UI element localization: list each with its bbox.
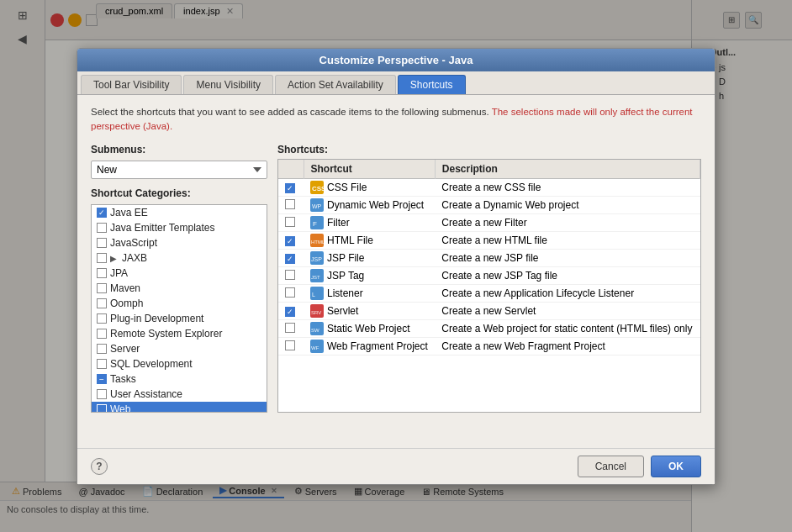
checkbox-jaxb[interactable] [97, 253, 107, 263]
tab-toolbar[interactable]: Tool Bar Visibility [81, 75, 182, 94]
tab-menu[interactable]: Menu Visibility [183, 75, 272, 94]
svg-text:SRV: SRV [311, 310, 321, 315]
expand-jaxb-icon[interactable]: ▶ [110, 254, 117, 263]
dialog-title: Customize Perspective - Java [77, 49, 715, 71]
webfrag-icon: WF [310, 340, 324, 353]
category-item-sql[interactable]: SQL Development [92, 356, 267, 371]
category-item-oomph[interactable]: Oomph [92, 296, 267, 311]
svg-text:SW: SW [311, 328, 319, 333]
table-row-staticweb: SW Static Web Project Create a Web proje… [278, 320, 700, 338]
checkbox-remote[interactable] [97, 329, 107, 339]
shortcut-name-servlet: SRV Servlet [310, 304, 428, 318]
category-item-jpa[interactable]: JPA [92, 266, 267, 281]
checkbox-oomph[interactable] [97, 298, 107, 308]
categories-label: Shortcut Categories: [91, 187, 267, 199]
table-row-html: ✓ HTML HTML File [278, 232, 700, 250]
category-item-javaee[interactable]: ✓ Java EE [92, 205, 267, 220]
cb-staticweb[interactable] [285, 323, 295, 333]
category-item-plugin[interactable]: Plug-in Development [92, 311, 267, 326]
svg-text:HTML: HTML [311, 240, 324, 245]
cb-listener[interactable] [285, 287, 295, 298]
modal-overlay: Customize Perspective - Java Tool Bar Vi… [0, 0, 792, 532]
shortcut-name-jsp: JSP JSP File [310, 251, 428, 265]
cb-css[interactable]: ✓ [285, 183, 295, 193]
cb-jsp[interactable]: ✓ [285, 254, 295, 264]
jsptag-icon: JST [310, 269, 324, 282]
tab-actionset[interactable]: Action Set Availability [275, 75, 396, 94]
col-checkbox [278, 160, 304, 179]
col-description: Description [435, 160, 700, 179]
category-item-jaxb[interactable]: ▶ JAXB [92, 250, 267, 266]
shortcut-name-css: CSS CSS File [310, 181, 428, 194]
submenus-dropdown[interactable]: New [91, 161, 267, 179]
shortcuts-table-container: Shortcut Description ✓ [277, 159, 701, 413]
css-icon: CSS [310, 181, 324, 194]
category-item-server[interactable]: Server [92, 341, 267, 356]
checkbox-javaemitter[interactable] [97, 223, 107, 233]
table-row-servlet: ✓ SRV Servlet [278, 303, 700, 320]
cb-html[interactable]: ✓ [285, 236, 295, 246]
shortcuts-table: Shortcut Description ✓ [278, 160, 700, 356]
svg-text:CSS: CSS [312, 185, 324, 192]
shortcut-name-html: HTML HTML File [310, 234, 428, 247]
filter-icon: F [310, 216, 324, 229]
submenus-label: Submenus: [91, 144, 267, 155]
dialog-body: Select the shortcuts that you want to se… [77, 95, 715, 448]
cancel-button[interactable]: Cancel [578, 456, 644, 477]
tab-shortcuts[interactable]: Shortcuts [398, 75, 466, 94]
cb-webfrag[interactable] [285, 340, 295, 350]
svg-text:WP: WP [312, 203, 322, 209]
shortcut-name-dynweb: WP Dynamic Web Project [310, 198, 428, 212]
columns-container: Submenus: New Shortcut Categories: ✓ Jav… [91, 144, 701, 413]
categories-list: ✓ Java EE Java Emitter Templates JavaScr… [91, 204, 267, 413]
checkbox-maven[interactable] [97, 283, 107, 293]
left-panel: Submenus: New Shortcut Categories: ✓ Jav… [91, 144, 267, 413]
svg-text:L: L [312, 292, 315, 298]
servlet-icon: SRV [310, 304, 324, 318]
ok-button[interactable]: OK [651, 456, 701, 477]
checkbox-web[interactable] [97, 404, 107, 413]
shortcut-name-jsptag: JST JSP Tag [310, 269, 428, 282]
help-button[interactable]: ? [91, 458, 108, 475]
svg-text:JSP: JSP [311, 256, 322, 262]
dynweb-icon: WP [310, 198, 324, 212]
table-row-jsp: ✓ JSP JSP File [278, 250, 700, 267]
checkbox-plugin[interactable] [97, 313, 107, 324]
jsp-icon: JSP [310, 251, 324, 265]
svg-text:JST: JST [311, 275, 320, 280]
category-item-user[interactable]: User Assistance [92, 387, 267, 402]
checkbox-tasks[interactable]: − [97, 374, 107, 384]
listener-icon: L [310, 287, 324, 300]
svg-text:F: F [313, 220, 317, 228]
cb-servlet[interactable]: ✓ [285, 307, 295, 317]
table-row-filter: F Filter Create a new Filter [278, 214, 700, 232]
staticweb-icon: SW [310, 322, 324, 335]
right-panel: Shortcuts: Shortcut [277, 144, 701, 413]
dialog: Customize Perspective - Java Tool Bar Vi… [77, 48, 715, 485]
table-row-dynweb: WP Dynamic Web Project Create a Dynamic … [278, 197, 700, 214]
svg-text:WF: WF [311, 345, 319, 350]
category-item-web[interactable]: Web [92, 402, 267, 413]
shortcut-name-webfrag: WF Web Fragment Project [310, 340, 428, 353]
category-item-javascript[interactable]: JavaScript [92, 235, 267, 250]
category-item-tasks[interactable]: − Tasks [92, 371, 267, 387]
checkbox-server[interactable] [97, 344, 107, 354]
col-shortcut: Shortcut [304, 160, 435, 179]
category-item-javaemitter[interactable]: Java Emitter Templates [92, 220, 267, 235]
shortcut-name-staticweb: SW Static Web Project [310, 322, 428, 335]
table-row-listener: L Listener Create a new Application Life… [278, 285, 700, 303]
shortcuts-label: Shortcuts: [277, 144, 701, 155]
table-row-css: ✓ CSS CSS File [278, 179, 700, 197]
category-item-remote[interactable]: Remote System Explorer [92, 326, 267, 341]
cb-jsptag[interactable] [285, 270, 295, 280]
category-item-maven[interactable]: Maven [92, 281, 267, 296]
checkbox-jpa[interactable] [97, 268, 107, 278]
checkbox-user[interactable] [97, 389, 107, 399]
shortcut-name-filter: F Filter [310, 216, 428, 229]
dialog-tab-bar: Tool Bar Visibility Menu Visibility Acti… [77, 71, 715, 95]
checkbox-javascript[interactable] [97, 238, 107, 248]
cb-filter[interactable] [285, 217, 295, 227]
checkbox-sql[interactable] [97, 359, 107, 369]
checkbox-javaee[interactable]: ✓ [97, 208, 107, 218]
cb-dynweb[interactable] [285, 199, 295, 209]
